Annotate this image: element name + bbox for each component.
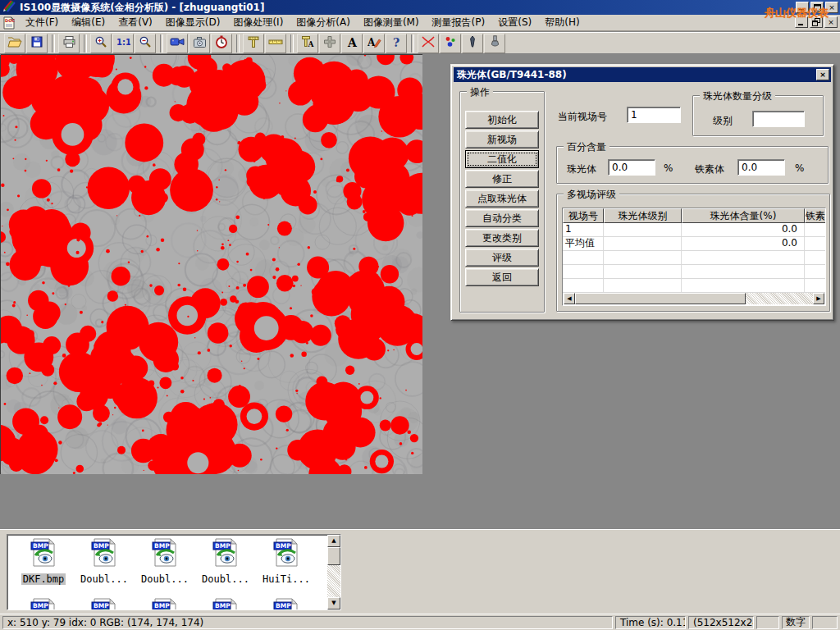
zoom-out-button[interactable] [135, 34, 156, 53]
menu-edit[interactable]: 编辑(E) [65, 14, 112, 31]
scrollbar-track[interactable] [746, 293, 813, 304]
metallographic-image[interactable] [1, 55, 422, 474]
menu-file[interactable]: 文件(F) [19, 14, 65, 31]
window-controls: × [796, 2, 838, 13]
help-icon: ? [391, 35, 401, 51]
caliper-measure-button[interactable] [243, 34, 264, 53]
help-button[interactable]: ? [386, 34, 407, 53]
dialog-title-bar[interactable]: 珠光体(GB/T9441-88) × [454, 67, 831, 82]
file-item[interactable]: BMPDKF.bmp [14, 537, 73, 586]
menu-settings[interactable]: 设置(S) [491, 14, 538, 31]
scroll-left-arrow-icon[interactable]: ◀ [564, 293, 575, 304]
close-button[interactable]: × [825, 2, 838, 13]
table-row[interactable]: 10.0 [563, 223, 825, 237]
file-browser: ▲ ▼ BMPDKF.bmpBMPDoubl...BMPDoubl...BMPD… [7, 534, 341, 610]
file-item[interactable]: BMPDoubl... [75, 537, 134, 586]
file-item-partial[interactable]: BMP [75, 597, 134, 610]
percent-group: 百分含量 珠光体 % 铁素体 % [556, 146, 829, 184]
zoom-out-icon [139, 35, 152, 51]
toolbar: 1:1AAA? [0, 32, 840, 54]
video-capture-button[interactable] [167, 34, 188, 53]
status-spacer-pane [756, 616, 779, 629]
scroll-down-arrow-icon[interactable]: ▼ [327, 597, 340, 609]
new-field-button[interactable]: 新视场 [465, 130, 539, 148]
brush-tool-button[interactable] [484, 34, 505, 53]
file-item-partial[interactable]: BMP [257, 597, 316, 610]
zoom-in-button[interactable] [90, 34, 112, 53]
child-restore-button[interactable] [810, 16, 823, 28]
toolbar-separator [290, 34, 294, 52]
maximize-button[interactable] [810, 2, 824, 13]
binarize-button[interactable]: 二值化 [465, 150, 539, 168]
save-button[interactable] [26, 34, 48, 53]
menu-measure-report[interactable]: 测量报告(P) [426, 14, 492, 31]
table-row[interactable] [563, 251, 825, 265]
file-name[interactable]: Doubl... [79, 573, 130, 585]
particle-analysis-button[interactable] [440, 34, 461, 53]
table-row[interactable] [563, 279, 825, 293]
text-a-icon: A [346, 35, 358, 51]
menu-image-display[interactable]: 图像显示(D) [159, 14, 227, 31]
file-browser-scrollbar[interactable]: ▲ ▼ [327, 535, 340, 609]
table-column-header[interactable]: 铁素体含量(%) [805, 208, 826, 223]
save-floppy-icon [30, 35, 43, 51]
table-row[interactable]: 平均值0.0 [563, 237, 825, 251]
curve-tool-button[interactable] [418, 34, 439, 53]
table-row[interactable] [563, 265, 825, 279]
annotate-tool-button[interactable]: A [363, 34, 385, 53]
table-column-header[interactable]: 视场号 [563, 208, 604, 223]
scroll-right-arrow-icon[interactable]: ▶ [813, 293, 824, 304]
child-close-button[interactable]: × [824, 16, 838, 28]
pick-tool-button[interactable] [462, 34, 483, 53]
table-horizontal-scrollbar[interactable]: ◀ ▶ [564, 293, 824, 304]
menu-view[interactable]: 查看(V) [112, 14, 159, 31]
minimize-button[interactable] [796, 2, 809, 13]
pen-icon [468, 35, 477, 51]
file-name[interactable]: DKF.bmp [21, 573, 66, 585]
text-tool-button[interactable]: A [341, 34, 363, 53]
measure-label-button[interactable]: A [297, 34, 318, 53]
file-scrollbar-thumb[interactable] [327, 547, 340, 565]
rate-button[interactable]: 评级 [465, 249, 539, 267]
ruler-measure-button[interactable] [265, 34, 286, 53]
table-column-header[interactable]: 珠光体级别 [604, 208, 682, 223]
print-button[interactable] [58, 34, 80, 53]
dialog-close-button[interactable]: × [816, 69, 829, 80]
file-item[interactable]: BMPHuiTi... [257, 537, 316, 586]
pick-pearlite-button[interactable]: 点取珠光体 [465, 189, 539, 208]
toolbar-separator [160, 34, 163, 52]
scrollbar-thumb[interactable] [575, 293, 746, 304]
grade-level-input[interactable] [752, 111, 805, 127]
child-minimize-button[interactable] [795, 16, 808, 28]
actual-size-button[interactable]: 1:1 [112, 34, 134, 53]
scroll-up-arrow-icon[interactable]: ▲ [327, 535, 340, 547]
file-name[interactable]: Doubl... [200, 573, 251, 585]
menu-help[interactable]: 帮助(H) [538, 14, 586, 31]
svg-text:1:1: 1:1 [116, 38, 130, 47]
return-button[interactable]: 返回 [465, 268, 539, 286]
menu-image-process[interactable]: 图像处理(I) [226, 14, 290, 31]
pearlite-dialog: 珠光体(GB/T9441-88) × 操作 初始化新视场二值化修正点取珠光体自动… [450, 64, 834, 321]
actual-size-icon: 1:1 [116, 35, 130, 51]
merge-tool-button[interactable] [319, 34, 340, 53]
file-item[interactable]: BMPDoubl... [135, 537, 194, 586]
table-column-header[interactable]: 珠光体含量(%) [682, 208, 805, 223]
file-name[interactable]: Doubl... [139, 573, 190, 585]
file-item-partial[interactable]: BMP [196, 597, 255, 610]
pearlite-percent-input[interactable] [608, 159, 655, 176]
auto-classify-button[interactable]: 自动分类 [465, 209, 539, 227]
initialize-button[interactable]: 初始化 [465, 111, 539, 129]
image-capture-button[interactable] [189, 34, 210, 53]
file-item-partial[interactable]: BMP [135, 597, 194, 610]
file-item-partial[interactable]: BMP [14, 597, 73, 610]
current-field-input[interactable] [627, 107, 681, 123]
file-name[interactable]: HuiTi... [261, 573, 312, 585]
menu-image-analysis[interactable]: 图像分析(A) [290, 14, 357, 31]
correct-button[interactable]: 修正 [465, 170, 539, 188]
ferrite-percent-input[interactable] [737, 159, 785, 176]
change-class-button[interactable]: 更改类别 [465, 229, 539, 247]
menu-image-measure[interactable]: 图像测量(M) [357, 14, 426, 31]
open-file-button[interactable] [4, 34, 25, 53]
timer-button[interactable] [211, 34, 232, 53]
file-item[interactable]: BMPDoubl... [196, 537, 255, 586]
